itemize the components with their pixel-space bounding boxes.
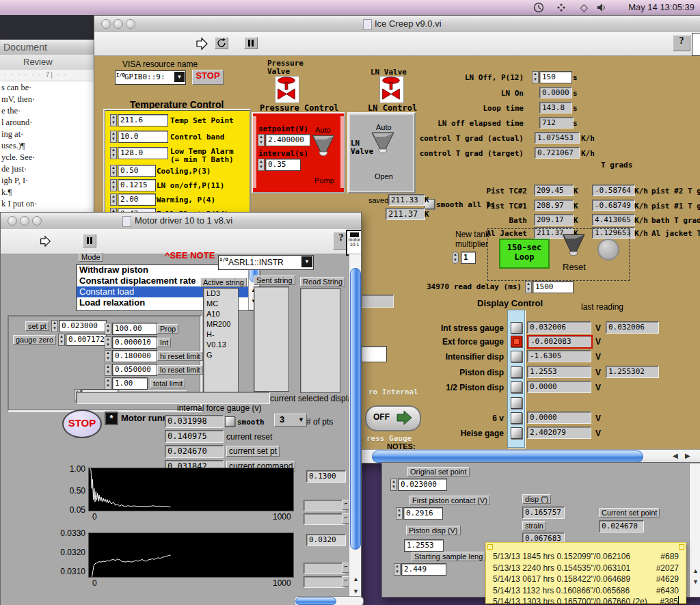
visa-resource-combo[interactable]: I/O GPIB0::9: ▼ (115, 70, 186, 85)
ln-onoff-field[interactable]: 0.1215 (118, 179, 156, 191)
chart1-scale-box2[interactable] (304, 513, 345, 525)
active-item[interactable]: H- (204, 330, 238, 340)
original-set-point-spinner[interactable]: ▲▼ (390, 479, 397, 491)
interval-spinner[interactable]: ▲▼ (258, 159, 265, 171)
read-delay-field[interactable]: 1500 (533, 281, 574, 293)
active-item[interactable]: V0.13 (204, 340, 238, 350)
half-piston-button[interactable] (511, 381, 522, 393)
read-delay-spinner[interactable]: ▲▼ (525, 281, 532, 293)
motor-close-button[interactable] (8, 216, 17, 226)
interval-field[interactable]: 0.35 (265, 159, 301, 171)
int-field[interactable]: 0.000010 (112, 336, 157, 349)
context-help-button[interactable]: ? (673, 35, 690, 51)
motor-pause-button[interactable] (83, 234, 96, 247)
sent-string-listbox[interactable] (254, 286, 289, 392)
log-note[interactable]: 5/13/13 1845 hrs 0.152099"/0.062106#689 … (485, 542, 686, 604)
off-toggle[interactable]: OFF (365, 405, 421, 431)
ln-mode-knob[interactable] (371, 131, 395, 159)
active-item[interactable]: G (204, 350, 238, 360)
low-temp-alarm-spinner[interactable]: ▲▼ (110, 147, 117, 159)
pause-button[interactable] (244, 37, 258, 49)
scroll-left-arrow[interactable]: ◀ (673, 452, 678, 459)
bottom-scroll-down-arrow[interactable]: ▼ (692, 578, 699, 585)
temp-set-point-field[interactable]: 211.6 (118, 114, 168, 126)
motor-stop-button[interactable]: STOP (62, 409, 102, 438)
setpoint-spinner[interactable]: ▲▼ (258, 134, 265, 146)
motor-zoom-button[interactable] (32, 216, 42, 226)
npts-dropdown-arrow[interactable]: ▼ (298, 414, 304, 426)
loop-led[interactable] (597, 239, 619, 260)
motor-running-indicator[interactable]: * (105, 412, 118, 425)
active-item[interactable]: MC (204, 299, 238, 309)
motor-scroll-up-arrow[interactable]: ▲ (353, 576, 359, 582)
motor-combo-arrow[interactable]: ▼ (301, 256, 312, 267)
chart2-scale-box1[interactable] (304, 563, 345, 574)
sixv-button[interactable] (511, 412, 522, 424)
close-button[interactable] (101, 19, 111, 29)
spare-button[interactable] (511, 397, 522, 409)
bottom-panel-vscrollbar[interactable]: ▲ ▼ (689, 463, 700, 597)
menu-clock[interactable]: May 14 13:05:39 (628, 2, 695, 12)
ice-hscroll-thumb[interactable] (372, 451, 643, 463)
temp-spinner[interactable]: ▲▼ (110, 114, 117, 126)
read-string-listbox[interactable] (300, 288, 340, 393)
first-piston-contact-spinner[interactable]: ▲▼ (396, 507, 403, 520)
prop-spinner[interactable]: ▲▼ (105, 323, 111, 335)
smooth-checkbox[interactable] (225, 416, 235, 427)
chart2-scale-box2[interactable] (304, 576, 345, 588)
ice-stop-button[interactable]: STOP (192, 70, 224, 85)
npts-dropdown[interactable]: 3 ▼ (274, 414, 307, 427)
pressure-valve-icon[interactable] (275, 76, 299, 103)
total-limit-spinner[interactable]: ▲▼ (105, 377, 111, 390)
prop-field[interactable]: 100.00 (112, 323, 157, 335)
tank-spinner[interactable]: ▲▼ (452, 252, 459, 264)
motor-titlebar[interactable]: Motor driver 10 to 1 v8.vi (1, 213, 361, 230)
clock-icon[interactable] (533, 2, 544, 13)
fragment-scroll-thumb[interactable] (295, 597, 336, 605)
low-temp-alarm-field[interactable]: 128.0 (118, 147, 168, 159)
original-set-point-field[interactable]: 0.023000 (398, 479, 447, 491)
combo-arrow[interactable]: ▼ (174, 72, 185, 82)
int-stress-button[interactable] (511, 322, 522, 334)
ice-titlebar[interactable]: Ice Creep v9.0.vi (94, 16, 700, 33)
motor-vscroll-thumb[interactable] (350, 268, 361, 550)
hi-reset-field[interactable]: 0.180000 (112, 350, 157, 362)
chart2-plot[interactable] (88, 533, 294, 578)
piston-disp-button[interactable] (511, 366, 522, 378)
active-item[interactable]: A10 (204, 309, 238, 319)
set-pt-field[interactable]: 0.023000 (59, 320, 107, 332)
scroll-right-arrow[interactable]: ▶ (685, 452, 690, 459)
ln-off-spinner[interactable]: ▲▼ (532, 71, 539, 83)
first-piston-contact-field[interactable]: 0.2916 (403, 507, 443, 520)
loop-150-button[interactable]: 150-sec Loop (499, 239, 550, 269)
gauge-zero-field[interactable]: 0.007172 (66, 334, 107, 346)
setpoint-field[interactable]: 2.400000 (265, 134, 310, 146)
spaces-icon[interactable]: ◇ (580, 1, 588, 14)
ln-off-field[interactable]: 150 (539, 71, 572, 83)
cooling-spinner[interactable]: ▲▼ (110, 165, 117, 177)
tab-review[interactable]: Review (23, 57, 53, 67)
lo-reset-spinner[interactable]: ▲▼ (105, 364, 111, 376)
chart1-scale-box1[interactable] (304, 500, 345, 511)
run-button[interactable] (194, 36, 209, 51)
pressure-mode-knob[interactable] (311, 134, 336, 161)
volume-icon[interactable] (597, 3, 607, 12)
zoom-button[interactable] (126, 19, 135, 29)
heise-button[interactable] (511, 427, 522, 439)
control-band-spinner[interactable]: ▲▼ (110, 131, 117, 143)
starting-sample-length-spinner[interactable]: ▲▼ (394, 563, 401, 576)
warming-field[interactable]: 2.00 (118, 193, 156, 206)
window-scrollbar-fragment[interactable] (294, 596, 364, 605)
active-string-listbox[interactable]: LD3 MC A10 MR200 H- V0.13 G (203, 288, 239, 393)
motor-visa-combo[interactable]: I/O ASRL1::INSTR ▼ (218, 255, 314, 270)
minimize-button[interactable] (113, 19, 123, 29)
control-band-field[interactable]: 10.0 (118, 131, 168, 143)
run-continuous-button[interactable] (215, 37, 228, 49)
ln-valve-icon[interactable] (379, 76, 404, 103)
int-spinner[interactable]: ▲▼ (105, 336, 111, 349)
bottom-scroll-up-arrow[interactable]: ▲ (692, 567, 699, 574)
starting-sample-length-field[interactable]: 2.449 (401, 563, 446, 576)
chart1-plot[interactable] (88, 468, 294, 511)
piston-disp-v-field[interactable]: 1.2553 (404, 539, 444, 552)
warming-spinner[interactable]: ▲▼ (110, 193, 117, 206)
